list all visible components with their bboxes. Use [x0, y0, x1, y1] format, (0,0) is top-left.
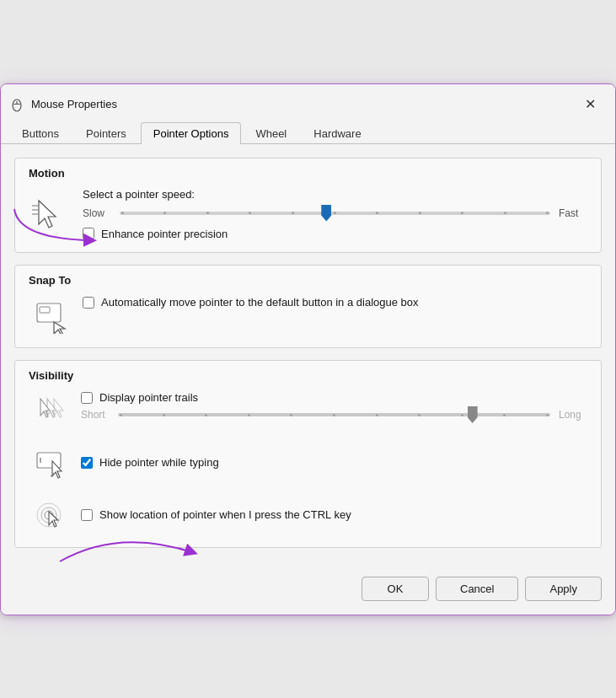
- motion-section: Motion: [14, 158, 602, 253]
- motion-icon: [29, 194, 69, 234]
- speed-slider-row: Slow Fast: [83, 207, 587, 219]
- long-label: Long: [559, 409, 587, 421]
- show-location-controls: Show location of pointer when I press th…: [81, 508, 587, 521]
- show-location-icon: [29, 495, 69, 535]
- motion-wrapper: Motion: [14, 158, 602, 253]
- snap-to-checkbox[interactable]: [83, 297, 94, 309]
- mouse-properties-dialog: Mouse Properties ✕ Buttons Pointers Poin…: [0, 83, 616, 615]
- trails-slider-row: Short Long: [81, 409, 587, 421]
- close-button[interactable]: ✕: [578, 93, 602, 116]
- trails-checkbox-row: Display pointer trails: [81, 391, 587, 404]
- snap-to-row: Automatically move pointer to the defaul…: [29, 295, 587, 336]
- speed-slider-track[interactable]: [120, 212, 550, 215]
- slow-label: Slow: [83, 207, 111, 219]
- motion-controls: Select a pointer speed: Slow: [83, 188, 587, 240]
- hide-pointer-icon: [29, 443, 69, 483]
- hide-pointer-controls: Hide pointer while typing: [81, 456, 587, 469]
- visibility-section: Visibility Di: [14, 360, 602, 548]
- svg-marker-9: [54, 322, 65, 334]
- hide-pointer-row: Hide pointer while typing: [29, 443, 587, 483]
- auto-move-label: Automatically move pointer to the defaul…: [101, 295, 419, 310]
- hide-pointer-label: Hide pointer while typing: [99, 456, 219, 469]
- fast-label: Fast: [559, 207, 587, 219]
- precision-checkbox[interactable]: [83, 228, 94, 239]
- ok-button[interactable]: OK: [362, 577, 429, 601]
- auto-move-row: Automatically move pointer to the defaul…: [83, 295, 587, 310]
- short-label: Short: [81, 409, 110, 421]
- tab-content: Motion: [1, 144, 615, 568]
- tab-hardware[interactable]: Hardware: [301, 122, 373, 144]
- visibility-title: Visibility: [29, 369, 587, 382]
- snap-to-icon: [29, 295, 69, 336]
- tab-pointers[interactable]: Pointers: [73, 122, 139, 144]
- show-location-row: Show location of pointer when I press th…: [29, 495, 587, 535]
- trails-slider-thumb[interactable]: [468, 406, 478, 423]
- trails-checkbox[interactable]: [81, 392, 93, 404]
- snap-to-controls: Automatically move pointer to the defaul…: [83, 295, 587, 310]
- apply-button[interactable]: Apply: [525, 577, 602, 601]
- show-location-checkbox[interactable]: [81, 509, 93, 521]
- motion-title: Motion: [29, 167, 587, 180]
- precision-row: Enhance pointer precision: [83, 228, 587, 240]
- precision-label: Enhance pointer precision: [101, 228, 228, 240]
- tab-pointer-options[interactable]: Pointer Options: [141, 122, 242, 144]
- trails-slider-track[interactable]: [118, 413, 550, 416]
- trails-label: Display pointer trails: [99, 391, 198, 404]
- svg-marker-3: [39, 201, 56, 228]
- show-location-label: Show location of pointer when I press th…: [99, 508, 351, 521]
- title-bar: Mouse Properties ✕: [1, 84, 615, 116]
- cancel-button[interactable]: Cancel: [436, 577, 518, 601]
- motion-row: Select a pointer speed: Slow: [29, 188, 587, 240]
- dialog-icon: [9, 97, 24, 112]
- show-location-checkbox-row: Show location of pointer when I press th…: [81, 508, 587, 521]
- snap-to-section: Snap To Automatically move pointer to th…: [14, 265, 602, 348]
- tab-buttons[interactable]: Buttons: [9, 122, 72, 144]
- trails-controls: Display pointer trails Short: [81, 391, 587, 429]
- dialog-title: Mouse Properties: [31, 98, 578, 110]
- trails-row: Display pointer trails Short: [29, 390, 587, 431]
- hide-pointer-checkbox[interactable]: [81, 457, 93, 469]
- hide-checkbox-row: Hide pointer while typing: [81, 456, 587, 469]
- tab-wheel[interactable]: Wheel: [243, 122, 299, 144]
- visibility-rows: Display pointer trails Short: [29, 390, 587, 535]
- snap-to-title: Snap To: [29, 274, 587, 287]
- tab-bar: Buttons Pointers Pointer Options Wheel H…: [1, 116, 615, 144]
- footer: OK Cancel Apply: [1, 568, 615, 615]
- svg-marker-10: [54, 399, 63, 417]
- trails-icon: [29, 390, 69, 431]
- speed-slider-thumb[interactable]: [321, 205, 331, 222]
- speed-label: Select a pointer speed:: [83, 188, 587, 201]
